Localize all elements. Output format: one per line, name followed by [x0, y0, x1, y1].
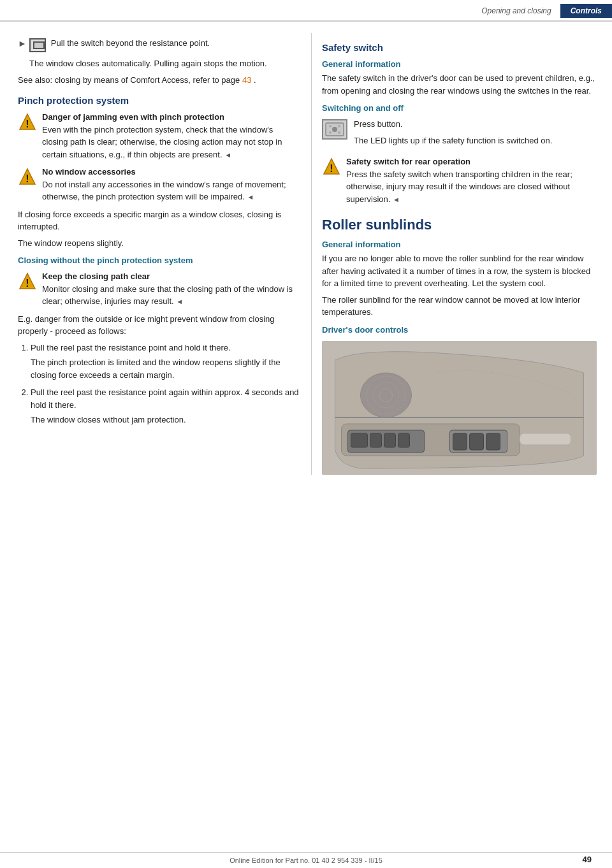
page-footer: Online Edition for Part no. 01 40 2 954 … — [0, 852, 612, 868]
svg-text:!: ! — [26, 119, 29, 129]
safety-switch-desc: The safety switch in the driver's door c… — [322, 72, 597, 97]
end-marker2: ◄ — [247, 193, 254, 201]
svg-point-9 — [338, 125, 340, 127]
pinch-warning1: ! Danger of jamming even with pinch prot… — [18, 111, 300, 161]
footer-text: Online Edition for Part no. 01 40 2 954 … — [229, 857, 382, 864]
svg-rect-20 — [384, 433, 396, 447]
pinch-heading: Pinch protection system — [18, 95, 300, 106]
svg-text:!: ! — [330, 163, 333, 174]
svg-point-11 — [338, 131, 340, 134]
step1-text: The pinch protection is limited and the … — [31, 356, 300, 381]
steps-list: Pull the reel past the resistance point … — [18, 342, 300, 426]
left-column: ► Pull the switch beyond the resistance … — [0, 33, 311, 475]
svg-rect-23 — [453, 433, 467, 450]
svg-point-27 — [361, 373, 412, 417]
pull-switch-text: Pull the switch beyond the resistance po… — [51, 38, 210, 48]
door-controls-image — [322, 341, 597, 475]
svg-rect-16 — [520, 433, 571, 445]
step2-text: The window closes without jam protection… — [31, 414, 300, 426]
end-marker4: ◄ — [393, 196, 400, 203]
see-also-text: See also: closing by means of Comfort Ac… — [18, 74, 300, 87]
svg-rect-24 — [470, 433, 484, 450]
switch-icon — [29, 38, 46, 52]
svg-rect-18 — [351, 433, 368, 447]
svg-point-10 — [329, 131, 332, 134]
button-icon — [322, 119, 347, 140]
right-column: Safety switch General information The sa… — [311, 33, 612, 475]
svg-text:!: ! — [26, 278, 29, 289]
step1-title: Pull the reel past the resistance point … — [31, 343, 231, 352]
header-nav: Opening and closing Controls — [472, 4, 612, 18]
safety-switch-heading: Safety switch — [322, 42, 597, 53]
rear-warning-text: Safety switch for rear operation Press t… — [346, 156, 597, 205]
warning-triangle-icon: ! — [18, 112, 37, 131]
page-number: 49 — [580, 855, 594, 864]
step1: Pull the reel past the resistance point … — [31, 342, 300, 382]
roller-heading: Roller sunblinds — [322, 217, 597, 233]
page-header: Opening and closing Controls — [0, 0, 612, 22]
general-info-heading: General information — [322, 59, 597, 69]
warning-triangle-icon2: ! — [18, 167, 37, 186]
pinch-warning1-text: Danger of jamming even with pinch protec… — [42, 111, 300, 161]
closing-force-text: If closing force exceeds a specific marg… — [18, 208, 300, 233]
svg-point-7 — [332, 127, 337, 132]
svg-point-8 — [329, 125, 332, 127]
rear-warning: ! Safety switch for rear operation Press… — [322, 156, 597, 205]
drivers-door-heading: Driver's door controls — [322, 325, 597, 335]
closing-without-heading: Closing without the pinch protection sys… — [18, 256, 300, 265]
pinch-warning2-text: No window accessories Do not install any… — [42, 166, 300, 203]
warning-triangle-icon4: ! — [322, 157, 341, 176]
step2: Pull the reel past the resistance point … — [31, 386, 300, 426]
header-section-label: Opening and closing — [472, 4, 560, 18]
end-marker3: ◄ — [176, 298, 183, 305]
window-closes-text: The window closes automatically. Pulling… — [29, 57, 300, 70]
keep-clear-text: Keep the closing path clear Monitor clos… — [42, 270, 300, 308]
roller-text2: The roller sunblind for the rear window … — [322, 294, 597, 319]
bullet-arrow-icon: ► — [18, 38, 27, 48]
svg-rect-25 — [486, 433, 500, 450]
main-content: ► Pull the switch beyond the resistance … — [0, 22, 612, 475]
press-button-text-block: Press button. The LED lights up if the s… — [354, 118, 552, 150]
step2-title: Pull the reel past the resistance point … — [31, 387, 299, 410]
roller-text1: If you are no longer able to move the ro… — [322, 252, 597, 290]
keep-clear-warning: ! Keep the closing path clear Monitor cl… — [18, 270, 300, 308]
window-reopens-text: The window reopens slightly. — [18, 237, 300, 250]
svg-rect-19 — [370, 433, 382, 447]
pull-switch-block: ► Pull the switch beyond the resistance … — [18, 38, 300, 52]
press-button-text: Press button. — [354, 118, 552, 131]
svg-text:!: ! — [26, 173, 29, 184]
end-marker1: ◄ — [224, 151, 231, 159]
led-text: The LED lights up if the safety function… — [354, 134, 552, 147]
press-button-block: Press button. The LED lights up if the s… — [322, 118, 597, 150]
svg-rect-21 — [398, 433, 410, 447]
warning-triangle-icon3: ! — [18, 271, 37, 291]
header-active-label: Controls — [560, 4, 612, 18]
switching-heading: Switching on and off — [322, 103, 597, 113]
see-also-link[interactable]: 43 — [242, 75, 251, 85]
eg-text: E.g. danger from the outside or ice migh… — [18, 313, 300, 338]
pinch-warning2: ! No window accessories Do not install a… — [18, 166, 300, 203]
roller-general-heading: General information — [322, 240, 597, 249]
